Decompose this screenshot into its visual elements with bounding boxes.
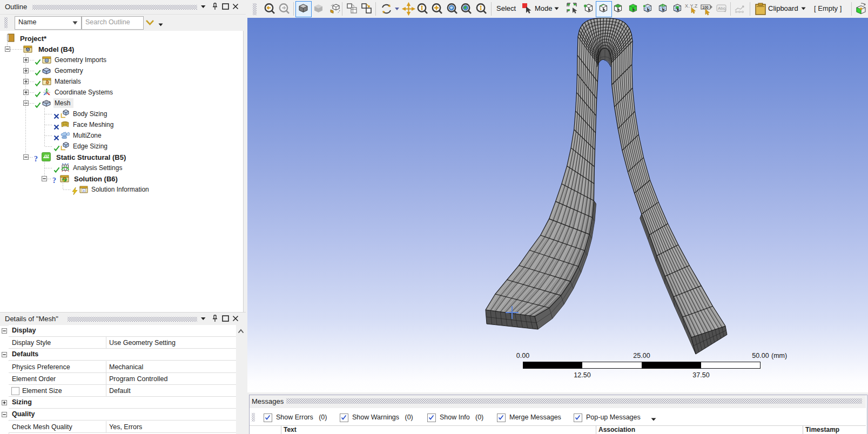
- svg-text:Abc: Abc: [718, 6, 725, 11]
- svg-text:i: i: [83, 188, 84, 192]
- svg-text:100: 100: [702, 5, 709, 9]
